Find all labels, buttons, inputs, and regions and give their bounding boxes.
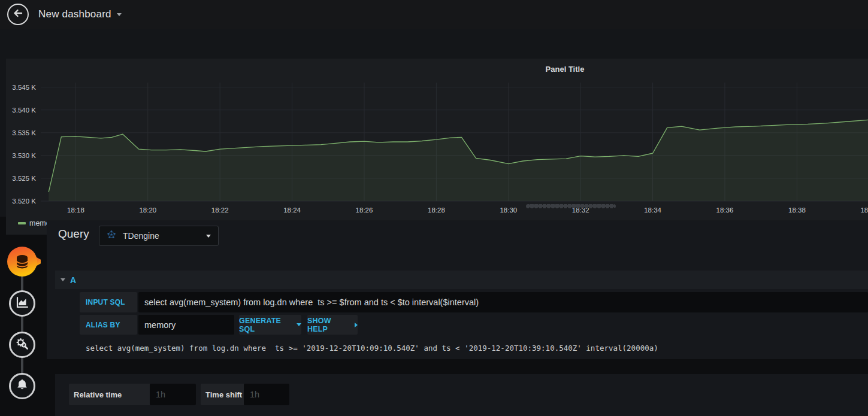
svg-text:18:34: 18:34 <box>644 207 661 214</box>
chevron-down-icon <box>206 235 211 238</box>
svg-text:18:24: 18:24 <box>283 207 301 214</box>
time-shift-label: Time shift <box>201 384 244 405</box>
svg-text:3.535 K: 3.535 K <box>12 129 36 136</box>
dashboard-canvas: Panel Title 3.520 K3.525 K3.530 K3.535 K… <box>0 29 868 217</box>
relative-time-field[interactable] <box>150 384 196 405</box>
timeseries-chart[interactable]: 3.520 K3.525 K3.530 K3.535 K3.540 K3.545… <box>6 59 868 235</box>
generate-sql-button[interactable]: GENERATE SQL <box>239 315 301 335</box>
svg-text:3.540 K: 3.540 K <box>12 107 36 114</box>
svg-text:18:22: 18:22 <box>211 207 229 214</box>
tab-queries[interactable] <box>6 245 41 278</box>
collapse-caret-icon <box>61 278 65 281</box>
tab-alert[interactable] <box>9 373 35 399</box>
svg-text:18:38: 18:38 <box>788 207 806 214</box>
svg-text:18:18: 18:18 <box>67 207 84 214</box>
back-button[interactable] <box>7 4 29 25</box>
panel-resize-handle[interactable] <box>526 204 616 208</box>
input-sql-field[interactable] <box>138 292 868 312</box>
svg-text:18:36: 18:36 <box>716 207 734 214</box>
query-editor: Query TDengine A INPUT SQL ALIAS BY GENE… <box>47 220 868 359</box>
chevron-down-icon[interactable] <box>117 13 122 16</box>
svg-text:18:26: 18:26 <box>356 207 373 214</box>
tab-general[interactable] <box>9 332 35 358</box>
datasource-picker[interactable]: TDengine <box>99 226 219 246</box>
query-row-collapse[interactable]: A <box>55 271 868 289</box>
legend-color-swatch <box>18 222 26 224</box>
svg-text:3.545 K: 3.545 K <box>12 84 36 91</box>
svg-text:18:30: 18:30 <box>500 207 517 214</box>
chevron-down-icon <box>297 323 301 326</box>
tab-connector-line <box>21 262 23 386</box>
input-sql-label: INPUT SQL <box>80 292 137 312</box>
svg-text:3.525 K: 3.525 K <box>12 175 36 182</box>
alias-by-label: ALIAS BY <box>80 315 137 335</box>
svg-text:3.520 K: 3.520 K <box>12 198 36 205</box>
svg-text:18:20: 18:20 <box>139 207 156 214</box>
svg-text:18:28: 18:28 <box>428 207 445 214</box>
chevron-right-icon <box>355 323 358 327</box>
show-help-button[interactable]: SHOW HELP <box>307 315 358 335</box>
generate-sql-label: GENERATE SQL <box>239 317 292 333</box>
query-ref-id: A <box>70 275 76 285</box>
relative-time-label: Relative time <box>69 384 150 405</box>
svg-text:18:40: 18:40 <box>860 207 868 214</box>
graph-icon <box>15 295 29 312</box>
database-icon <box>6 269 41 280</box>
svg-text:3.530 K: 3.530 K <box>12 152 36 159</box>
generated-sql-text: select avg(mem_system) from log.dn where… <box>86 344 658 353</box>
graph-panel[interactable]: Panel Title 3.520 K3.525 K3.530 K3.535 K… <box>6 59 868 235</box>
alias-by-field[interactable] <box>138 315 234 335</box>
bell-icon <box>15 378 29 394</box>
time-shift-field[interactable] <box>244 384 289 405</box>
arrow-left-icon <box>12 7 24 22</box>
show-help-label: SHOW HELP <box>307 317 350 333</box>
dashboard-title[interactable]: New dashboard <box>38 8 111 20</box>
gear-wrench-icon <box>15 336 29 353</box>
tdengine-icon <box>107 230 116 242</box>
query-options: Relative time Time shift <box>55 374 868 416</box>
tab-visualization[interactable] <box>9 290 35 317</box>
query-section-title: Query <box>58 227 89 241</box>
datasource-name: TDengine <box>123 231 206 241</box>
navbar: New dashboard <box>0 0 868 29</box>
